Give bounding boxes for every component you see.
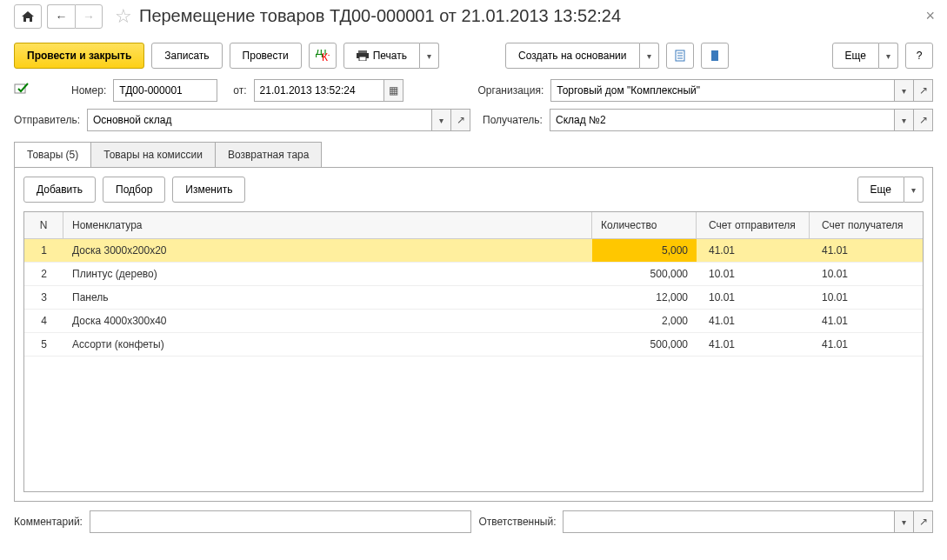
open-icon: ↗ bbox=[919, 114, 928, 126]
row-nomenclature: Плинтус (дерево) bbox=[63, 263, 592, 285]
org-label: Организация: bbox=[478, 84, 544, 97]
arrow-right-icon: → bbox=[83, 10, 95, 23]
row-quantity[interactable]: 500,000 bbox=[592, 263, 697, 285]
col-n[interactable]: N bbox=[24, 212, 63, 238]
open-icon: ↗ bbox=[919, 516, 928, 528]
svg-rect-4 bbox=[359, 57, 366, 61]
help-button[interactable]: ? bbox=[905, 43, 933, 69]
table-row[interactable]: 3Панель12,00010.0110.01 bbox=[24, 286, 923, 310]
row-n: 4 bbox=[24, 310, 63, 332]
table-row[interactable]: 5Ассорти (конфеты)500,00041.0141.01 bbox=[24, 333, 923, 357]
tab-return[interactable]: Возвратная тара bbox=[215, 142, 323, 167]
dt-kt-icon: ДтКт bbox=[316, 50, 330, 62]
pick-button[interactable]: Подбор bbox=[103, 177, 165, 203]
row-n: 1 bbox=[24, 239, 63, 262]
tab-more-dropdown[interactable] bbox=[904, 177, 924, 203]
report-button[interactable] bbox=[666, 43, 694, 69]
tab-goods[interactable]: Товары (5) bbox=[14, 142, 91, 167]
responsible-dropdown-button[interactable] bbox=[895, 510, 914, 533]
more-dropdown[interactable] bbox=[879, 43, 898, 69]
dt-kt-button[interactable]: ДтКт bbox=[309, 43, 337, 69]
row-quantity[interactable]: 12,000 bbox=[592, 286, 697, 309]
sender-dropdown-button[interactable] bbox=[432, 109, 451, 131]
save-button[interactable]: Записать bbox=[151, 43, 222, 69]
post-button[interactable]: Провести bbox=[230, 43, 302, 69]
row-n: 2 bbox=[24, 263, 63, 285]
add-button[interactable]: Добавить bbox=[23, 177, 96, 203]
row-nomenclature: Доска 4000х300х40 bbox=[63, 310, 592, 332]
responsible-label: Ответственный: bbox=[478, 516, 556, 528]
create-based-dropdown[interactable] bbox=[640, 43, 659, 69]
close-button[interactable]: × bbox=[922, 3, 938, 29]
row-nomenclature: Панель bbox=[63, 286, 592, 309]
home-button[interactable] bbox=[14, 4, 42, 29]
date-picker-button[interactable]: ▦ bbox=[384, 79, 403, 102]
page-title: Перемещение товаров ТД00-000001 от 21.01… bbox=[139, 6, 621, 26]
structure-icon bbox=[709, 50, 721, 62]
printer-icon bbox=[357, 50, 369, 61]
receiver-label: Получатель: bbox=[483, 114, 543, 126]
print-dropdown[interactable] bbox=[420, 43, 439, 69]
table-row[interactable]: 4Доска 4000х300х402,00041.0141.01 bbox=[24, 310, 923, 333]
edit-button[interactable]: Изменить bbox=[172, 177, 245, 203]
row-account-sender: 41.01 bbox=[697, 239, 810, 262]
print-button[interactable]: Печать bbox=[343, 43, 420, 69]
row-account-sender: 10.01 bbox=[697, 263, 810, 285]
row-quantity[interactable]: 2,000 bbox=[592, 310, 697, 332]
responsible-input[interactable] bbox=[563, 510, 895, 533]
comment-label: Комментарий: bbox=[14, 516, 83, 528]
responsible-open-button[interactable]: ↗ bbox=[914, 510, 933, 533]
tab-commission[interactable]: Товары на комиссии bbox=[90, 142, 216, 167]
row-account-receiver: 10.01 bbox=[810, 286, 923, 309]
number-label: Номер: bbox=[71, 84, 106, 97]
org-input[interactable] bbox=[550, 79, 895, 102]
forward-button[interactable]: → bbox=[75, 4, 103, 29]
col-quantity[interactable]: Количество bbox=[592, 212, 697, 238]
sender-open-button[interactable]: ↗ bbox=[451, 109, 470, 131]
row-n: 3 bbox=[24, 286, 63, 309]
col-account-sender[interactable]: Счет отправителя bbox=[697, 212, 810, 238]
col-account-receiver[interactable]: Счет получателя bbox=[810, 212, 923, 238]
comment-input[interactable] bbox=[90, 510, 472, 533]
row-quantity[interactable]: 500,000 bbox=[592, 333, 697, 356]
goods-table: N Номенклатура Количество Счет отправите… bbox=[23, 211, 924, 492]
row-account-receiver: 41.01 bbox=[810, 239, 923, 262]
more-button[interactable]: Еще bbox=[832, 43, 879, 69]
svg-text:Кт: Кт bbox=[322, 51, 330, 62]
receiver-dropdown-button[interactable] bbox=[895, 109, 914, 131]
org-dropdown-button[interactable] bbox=[895, 79, 914, 102]
date-input[interactable] bbox=[254, 79, 384, 102]
row-nomenclature: Ассорти (конфеты) bbox=[63, 333, 592, 356]
row-quantity[interactable]: 5,000 bbox=[592, 239, 697, 262]
sender-input[interactable] bbox=[87, 109, 432, 131]
col-nomenclature[interactable]: Номенклатура bbox=[63, 212, 592, 238]
open-icon: ↗ bbox=[919, 84, 928, 97]
row-account-sender: 41.01 bbox=[697, 310, 810, 332]
row-account-receiver: 41.01 bbox=[810, 333, 923, 356]
report-icon bbox=[674, 50, 686, 62]
receiver-input[interactable] bbox=[550, 109, 895, 131]
favorite-star-icon[interactable]: ☆ bbox=[115, 5, 132, 28]
calendar-icon: ▦ bbox=[389, 84, 398, 97]
row-account-sender: 41.01 bbox=[697, 333, 810, 356]
svg-rect-9 bbox=[711, 50, 718, 61]
row-account-receiver: 10.01 bbox=[810, 263, 923, 285]
org-open-button[interactable]: ↗ bbox=[914, 79, 933, 102]
tab-more-button[interactable]: Еще bbox=[857, 177, 904, 203]
row-n: 5 bbox=[24, 333, 63, 356]
back-button[interactable]: ← bbox=[47, 4, 75, 29]
row-nomenclature: Доска 3000х200х20 bbox=[63, 239, 592, 262]
svg-rect-2 bbox=[358, 50, 367, 53]
post-and-close-button[interactable]: Провести и закрыть bbox=[14, 43, 144, 69]
number-input[interactable] bbox=[113, 79, 217, 102]
from-label: от: bbox=[233, 84, 246, 97]
structure-button[interactable] bbox=[701, 43, 729, 69]
arrow-left-icon: ← bbox=[56, 10, 68, 23]
table-row[interactable]: 2Плинтус (дерево)500,00010.0110.01 bbox=[24, 263, 923, 286]
sender-label: Отправитель: bbox=[14, 114, 80, 126]
row-account-receiver: 41.01 bbox=[810, 310, 923, 332]
create-based-button[interactable]: Создать на основании bbox=[505, 43, 640, 69]
table-row[interactable]: 1Доска 3000х200х205,00041.0141.01 bbox=[24, 239, 923, 263]
receiver-open-button[interactable]: ↗ bbox=[914, 109, 933, 131]
open-icon: ↗ bbox=[457, 114, 465, 126]
